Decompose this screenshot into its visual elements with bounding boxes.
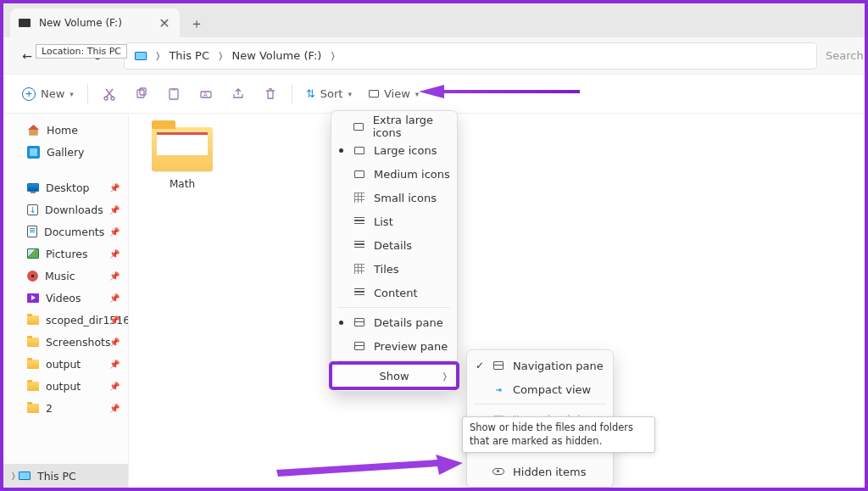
drive-icon	[19, 19, 31, 27]
home-icon	[27, 124, 40, 137]
eye-icon	[492, 468, 504, 475]
menu-item-content[interactable]: Content	[331, 281, 457, 304]
share-button[interactable]	[224, 81, 253, 108]
chevron-right-icon[interactable]: ❭	[214, 51, 226, 60]
folder-icon	[27, 360, 39, 369]
pc-icon	[19, 471, 31, 480]
sidebar-item-2[interactable]: 2📌	[3, 397, 128, 419]
address-bar[interactable]: ❭ This PC ❭ New Volume (F:) ❭	[124, 42, 817, 70]
downloads-icon: ↓	[27, 204, 38, 215]
svg-point-1	[111, 97, 114, 100]
view-button[interactable]: View ▾	[362, 81, 426, 108]
menu-item-show[interactable]: Show❭	[331, 364, 457, 388]
sidebar-item-pictures[interactable]: Pictures📌	[3, 243, 128, 265]
sidebar-item-home[interactable]: Home	[3, 119, 128, 141]
menu-item-preview-pane[interactable]: Preview pane	[331, 334, 457, 358]
sidebar-item-screenshots[interactable]: Screenshots📌	[3, 331, 128, 353]
svg-text:A: A	[203, 92, 208, 98]
menu-item-sm-icons[interactable]: Small icons	[331, 186, 457, 209]
close-tab-icon[interactable]: ✕	[158, 16, 171, 30]
sidebar-item-downloads[interactable]: ↓Downloads📌	[3, 198, 128, 220]
chevron-right-icon: ❭	[442, 371, 448, 381]
menu-item-lg-icons[interactable]: Large icons	[331, 138, 457, 162]
pin-icon: 📌	[109, 271, 120, 281]
location-tooltip: Location: This PC	[36, 44, 127, 59]
sidebar-item-thispc[interactable]: ❭This PC	[3, 464, 128, 488]
chevron-right-icon[interactable]: ❭	[326, 51, 338, 60]
svg-rect-5	[172, 88, 175, 91]
menu-item-xl-icons[interactable]: Extra large icons	[331, 114, 457, 138]
svg-point-0	[104, 97, 108, 100]
menu-item-tiles[interactable]: Tiles	[331, 257, 457, 281]
separator	[292, 85, 292, 103]
selected-dot-icon	[339, 321, 343, 325]
sidebar-item-gallery[interactable]: Gallery	[3, 141, 128, 163]
menu-item-hidden-items[interactable]: Hidden items	[467, 460, 613, 483]
copy-button[interactable]	[127, 81, 156, 108]
documents-icon	[27, 226, 37, 237]
pin-icon: 📌	[109, 249, 120, 259]
annotation-arrow-icon	[419, 81, 580, 102]
add-tab-button[interactable]: ＋	[185, 12, 209, 36]
desktop-icon	[27, 183, 39, 192]
menu-item-md-icons[interactable]: Medium icons	[331, 162, 457, 186]
svg-rect-2	[137, 90, 144, 98]
pictures-icon	[27, 248, 39, 259]
window-tab[interactable]: New Volume (F:) ✕	[10, 8, 180, 37]
folder-label: Math	[144, 178, 220, 190]
pin-icon: 📌	[109, 382, 120, 391]
folder-icon	[152, 127, 213, 171]
pin-icon: 📌	[109, 404, 120, 413]
menu-item-navigation-pane[interactable]: ✓Navigation pane	[467, 354, 613, 377]
sort-icon: ⇅	[306, 87, 315, 100]
sidebar-item-documents[interactable]: Documents📌	[3, 220, 128, 243]
paste-button[interactable]	[159, 81, 188, 108]
rename-button[interactable]: A	[192, 81, 220, 108]
menu-item-details-pane[interactable]: Details pane	[331, 310, 457, 334]
new-button[interactable]: + New ▾	[15, 81, 81, 108]
breadcrumb-volume[interactable]: New Volume (F:)	[226, 43, 326, 69]
sidebar-item-scoped[interactable]: scoped_dir15168📌	[3, 309, 128, 331]
view-menu: Extra large icons Large icons Medium ico…	[331, 110, 458, 392]
search-input[interactable]: Search	[826, 49, 853, 62]
chevron-right-icon[interactable]: ❭	[152, 51, 164, 60]
pin-icon: 📌	[109, 338, 120, 347]
breadcrumb-thispc[interactable]: This PC	[164, 43, 214, 69]
folder-icon	[27, 382, 39, 391]
tab-title: New Volume (F:)	[39, 17, 158, 29]
chevron-right-icon[interactable]: ❭	[10, 471, 17, 480]
cut-button[interactable]	[95, 81, 124, 108]
delete-button[interactable]	[256, 81, 285, 108]
menu-separator	[474, 404, 606, 405]
pin-icon: 📌	[109, 315, 120, 325]
sidebar-item-desktop[interactable]: Desktop📌	[3, 176, 128, 198]
nav-pane: Home Gallery Desktop📌 ↓Downloads📌 Docume…	[3, 114, 129, 488]
annotation-arrow-icon	[276, 453, 463, 478]
title-bar: New Volume (F:) ✕ ＋	[3, 3, 865, 37]
svg-rect-3	[140, 88, 146, 95]
separator	[87, 85, 88, 103]
check-icon: ✓	[476, 360, 484, 371]
sidebar-item-output[interactable]: output📌	[3, 375, 128, 397]
folder-icon	[27, 315, 39, 325]
menu-separator	[338, 307, 450, 308]
folder-item-math[interactable]: Math	[144, 127, 220, 190]
pc-icon[interactable]	[130, 43, 152, 69]
menu-item-list[interactable]: List	[331, 209, 457, 233]
sort-button[interactable]: ⇅ Sort ▾	[299, 81, 359, 108]
menu-item-details[interactable]: Details	[331, 233, 457, 257]
selected-dot-icon	[339, 148, 343, 153]
folder-icon	[27, 338, 39, 347]
sidebar-item-videos[interactable]: Videos📌	[3, 287, 128, 309]
folder-icon	[27, 404, 39, 413]
plus-circle-icon: +	[22, 87, 36, 101]
compact-icon: ⇥	[492, 384, 504, 394]
chevron-down-icon: ▾	[348, 90, 352, 98]
hidden-items-tooltip: Show or hide the files and folders that …	[462, 416, 655, 453]
music-icon	[27, 271, 38, 282]
menu-item-compact-view[interactable]: ⇥Compact view	[467, 377, 613, 401]
pin-icon: 📌	[109, 293, 120, 303]
sidebar-item-output[interactable]: output📌	[3, 353, 128, 375]
sidebar-item-music[interactable]: Music📌	[3, 265, 128, 287]
view-icon	[369, 90, 379, 98]
